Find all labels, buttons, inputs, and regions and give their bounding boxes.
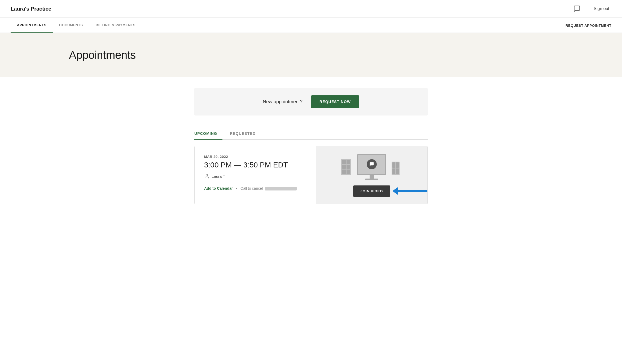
monitor-stand [370, 175, 374, 179]
blue-arrow [392, 187, 428, 195]
add-to-calendar-link[interactable]: Add to Calendar [204, 186, 233, 190]
hero-banner: Appointments [0, 33, 622, 77]
monitor-chat-icon [369, 162, 374, 167]
appointment-provider: Laura T [204, 174, 306, 179]
appointment-info: MAR 29, 2022 3:00 PM — 3:50 PM EDT Laura… [195, 146, 316, 204]
nav-tab-appointments[interactable]: APPOINTMENTS [11, 18, 53, 33]
chat-icon [573, 5, 581, 12]
building-right [392, 162, 400, 175]
appointment-card: MAR 29, 2022 3:00 PM — 3:50 PM EDT Laura… [194, 146, 428, 204]
video-panel: JOIN VIDEO [316, 146, 427, 204]
request-now-button[interactable]: REQUEST NOW [311, 95, 359, 108]
request-card: New appointment? REQUEST NOW [194, 88, 428, 116]
nav-tabs: APPOINTMENTS DOCUMENTS BILLING & PAYMENT… [11, 18, 142, 33]
action-separator: • [236, 186, 237, 190]
brand-name: Laura's Practice [11, 6, 51, 12]
svg-point-0 [206, 174, 208, 176]
provider-name: Laura T [212, 174, 225, 179]
redacted-phone [265, 187, 297, 190]
arrow-head [392, 187, 398, 195]
chat-icon-button[interactable] [573, 5, 581, 12]
nav-tab-documents[interactable]: DOCUMENTS [53, 18, 89, 33]
header: Laura's Practice Sign out [0, 0, 622, 18]
header-right: Sign out [573, 5, 611, 13]
tab-requested[interactable]: REQUESTED [230, 128, 261, 140]
monitor-illustration [357, 154, 386, 180]
request-appointment-button[interactable]: REQUEST APPOINTMENT [566, 18, 611, 32]
request-card-text: New appointment? [263, 99, 303, 105]
building-left [341, 159, 351, 175]
join-video-button[interactable]: JOIN VIDEO [353, 185, 391, 197]
page-title: Appointments [69, 49, 611, 61]
call-to-cancel-text: Call to cancel [240, 186, 297, 190]
nav-tab-billing[interactable]: BILLING & PAYMENTS [89, 18, 142, 33]
monitor-screen [357, 154, 386, 175]
header-left: Laura's Practice [11, 6, 51, 12]
join-video-container: JOIN VIDEO [353, 185, 391, 197]
main-nav: APPOINTMENTS DOCUMENTS BILLING & PAYMENT… [0, 18, 622, 33]
sign-out-button[interactable]: Sign out [592, 5, 611, 12]
person-icon [204, 174, 209, 179]
arrow-line [398, 190, 428, 192]
main-content: New appointment? REQUEST NOW UPCOMING RE… [184, 77, 438, 215]
tab-upcoming[interactable]: UPCOMING [194, 128, 222, 140]
monitor-chat-bubble [367, 159, 377, 169]
appointment-tabs: UPCOMING REQUESTED [194, 128, 428, 140]
monitor-base [365, 179, 378, 180]
appointment-date: MAR 29, 2022 [204, 155, 306, 159]
appointment-time: 3:00 PM — 3:50 PM EDT [204, 161, 306, 169]
header-divider [586, 5, 586, 13]
appointment-actions: Add to Calendar • Call to cancel [204, 186, 306, 190]
